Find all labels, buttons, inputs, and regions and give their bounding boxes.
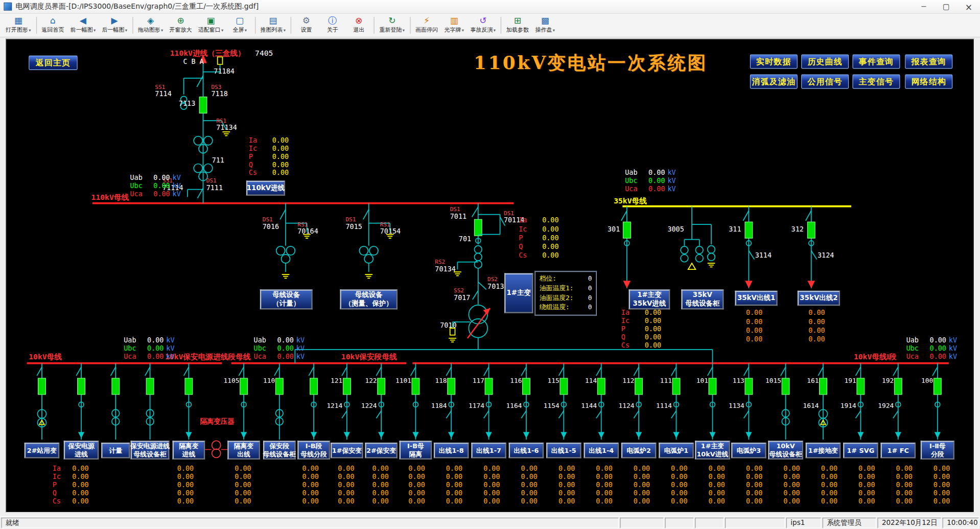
toolbar-button-push-list[interactable]: ▤推图列表▾ (257, 14, 289, 36)
breaker-symbol[interactable] (745, 378, 753, 395)
bay-button-100[interactable]: I-Ⅱ母分段 (921, 441, 954, 459)
breaker-symbol[interactable] (240, 378, 248, 395)
breaker-symbol[interactable] (857, 378, 865, 395)
breaker-symbol[interactable] (745, 222, 753, 238)
breaker-symbol[interactable] (807, 222, 815, 238)
breaker-symbol[interactable] (146, 378, 154, 395)
breaker-symbol[interactable] (597, 378, 605, 395)
cabinet-35kv-bus-button[interactable]: 35kV母线设备柜 (681, 289, 724, 309)
nav-button-history-curve[interactable]: 历史曲线 (801, 54, 849, 68)
toolbar-button-load-params[interactable]: ⊞加载参数 (503, 14, 532, 36)
breaker-symbol[interactable] (709, 378, 716, 395)
nav-button-realtime-data[interactable]: 实时数据 (750, 54, 798, 68)
breaker-symbol[interactable] (378, 378, 385, 395)
toolbar-button-light-board[interactable]: ▥光字牌▾ (441, 14, 467, 36)
bay-button-191[interactable]: 1# SVG (843, 443, 878, 458)
bay-button-121[interactable]: 1#保安变 (331, 443, 363, 458)
bus-equip-metering-button[interactable]: 母线设备（计量） (260, 289, 313, 309)
bay-button-161[interactable]: 1#接地变 (806, 443, 841, 458)
breaker-symbol[interactable] (635, 378, 643, 395)
bay-button-117[interactable]: 出线1-7 (471, 443, 506, 458)
wire (145, 367, 150, 376)
toolbar-button-about[interactable]: ⓘ关于 (319, 14, 345, 36)
bay-button-111[interactable]: 电弧炉1 (659, 443, 694, 458)
toolbar-button-operation-panel[interactable]: ▩操作盘▾ (532, 14, 558, 36)
toolbar-button-accident-replay[interactable]: ↺事故反演▾ (467, 14, 499, 36)
nav-button-main-transformer-signal[interactable]: 主变信号 (852, 75, 900, 89)
bay-button-113[interactable]: 电弧炉3 (731, 443, 766, 458)
breaker-symbol[interactable] (275, 378, 283, 395)
toolbar-button-stop-flash[interactable]: ⚡画面停闪 (412, 14, 441, 36)
toolbar-button-home[interactable]: ⌂返回首页 (38, 14, 67, 36)
close-button[interactable]: × (958, 0, 980, 13)
toolbar-button-pan-graphic[interactable]: ◈拖动图形▾ (135, 14, 167, 36)
breaker-symbol[interactable] (448, 378, 455, 395)
bay-button-118[interactable]: 出线1-8 (434, 443, 469, 458)
diagram-label: 7016 (263, 223, 279, 231)
outgoing-35kv-1-button[interactable]: 35kV出线1 (735, 291, 777, 306)
toolbar-button-settings[interactable]: ⚙设置 (293, 14, 319, 36)
feeder-arrow-icon (78, 432, 84, 438)
bay-button-115[interactable]: 出线1-5 (546, 443, 581, 458)
breaker-symbol[interactable] (112, 378, 120, 395)
diagram-canvas[interactable]: 110kV变电站一次系统图 110kV进线（三盒线）7405C B ASS171… (6, 39, 974, 513)
breaker-symbol[interactable] (623, 222, 631, 238)
breaker-symbol[interactable] (894, 378, 902, 395)
breaker-symbol[interactable] (38, 378, 46, 395)
nav-button-common-signal[interactable]: 公用信号 (801, 75, 849, 89)
bay-button-1105[interactable]: 隔离变出线 (227, 441, 260, 459)
toolbar-button-fit-window[interactable]: ▣适配窗口▾ (195, 14, 227, 36)
maximize-button[interactable]: ▢ (935, 0, 958, 13)
breaker-symbol[interactable] (185, 378, 193, 395)
nav-button-event-query[interactable]: 事件查询 (852, 54, 900, 68)
toolbar-button-open-graphic[interactable]: ▦打开图形▾ (3, 14, 34, 36)
breaker-symbol[interactable] (310, 378, 318, 395)
breaker-symbol[interactable] (343, 378, 351, 395)
toolbar-button-zoom-in-window[interactable]: ⊕开窗放大 (166, 14, 195, 36)
outgoing-35kv-2-button[interactable]: 35kV出线2 (798, 291, 840, 306)
measurement-value: 0.00 (700, 473, 725, 480)
home-button[interactable]: 返回主页 (29, 56, 77, 70)
bay-button-1101[interactable]: I-B母隔离 (400, 441, 432, 459)
bay-button-101[interactable]: 1#主变10kV进线 (695, 441, 730, 459)
breaker-symbol[interactable] (820, 378, 827, 395)
breaker-symbol[interactable] (199, 97, 207, 113)
bay-button-114[interactable]: 出线1-4 (584, 443, 619, 458)
toolbar-button-exit[interactable]: ⊗退出 (346, 14, 372, 36)
bay-button-112[interactable]: 电弧炉2 (621, 443, 657, 458)
toolbar-button-relogin[interactable]: ↻重新登陆▾ (376, 14, 408, 36)
toolbar-button-next-image[interactable]: ▶后一幅图▾ (99, 14, 130, 36)
bay-button-192[interactable]: 1# FC (881, 443, 916, 458)
nav-button-network-structure[interactable]: 网络结构 (905, 75, 952, 89)
bus-equip-measure-protect-button[interactable]: 母线设备（测量、保护） (340, 289, 398, 309)
bay-button-7[interactable]: I-B段母线分段 (297, 441, 330, 459)
bay-button-2[interactable]: 计量 (101, 443, 130, 458)
nav-button-arc-suppression-filter[interactable]: 消弧及滤油 (750, 75, 798, 89)
bay-button-1015[interactable]: 10kV母线设备柜 (768, 441, 803, 459)
breaker-symbol[interactable] (78, 378, 85, 395)
tx1-35kv-incoming-button[interactable]: 1#主变35kV进线 (629, 289, 670, 309)
bay-button-3[interactable]: 保安电源进线母线设备柜 (131, 441, 170, 459)
bay-button-4[interactable]: 隔离变进线 (173, 441, 205, 459)
breaker-symbol[interactable] (485, 378, 493, 395)
breaker-symbol[interactable] (412, 378, 419, 395)
breaker-symbol[interactable] (782, 378, 789, 395)
measurement-value: 0.00 (264, 137, 289, 144)
bay-button-1[interactable]: 保安电源进线 (64, 441, 99, 459)
breaker-symbol[interactable] (560, 378, 568, 395)
breaker-symbol[interactable] (934, 378, 941, 395)
bay-button-0[interactable]: 2#站用变 (25, 443, 59, 458)
bay-button-122[interactable]: 2#保安变 (365, 443, 398, 458)
breaker-symbol[interactable] (672, 378, 680, 395)
measurement-value: 0.00 (64, 481, 89, 489)
breaker-symbol[interactable] (474, 219, 482, 236)
main-transformer-button[interactable]: 1#主变 (504, 273, 533, 313)
breaker-symbol[interactable] (523, 378, 530, 395)
incoming-110kv-button[interactable]: 110kV进线 (246, 181, 285, 196)
toolbar-button-fullscreen[interactable]: ▢全屏▾ (227, 14, 253, 36)
minimize-button[interactable]: ─ (913, 0, 935, 13)
bay-button-116[interactable]: 出线1-6 (509, 443, 544, 458)
bay-button-110[interactable]: 保安段母线设备柜 (263, 441, 296, 459)
nav-button-report-query[interactable]: 报表查询 (905, 54, 952, 68)
toolbar-button-prev-image[interactable]: ◀前一幅图▾ (67, 14, 99, 36)
